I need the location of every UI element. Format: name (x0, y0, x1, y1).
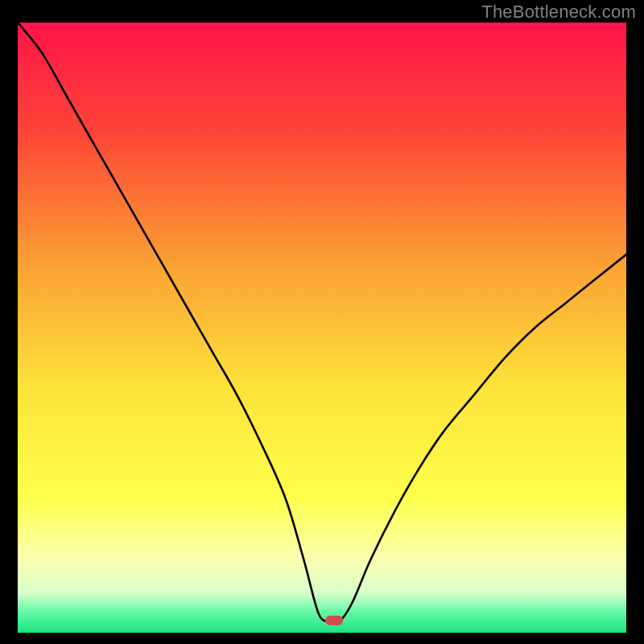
watermark-text: TheBottleneck.com (481, 2, 636, 23)
plot-area (18, 23, 626, 633)
optimum-marker (325, 616, 343, 625)
bottleneck-chart-svg (18, 23, 626, 633)
chart-frame: TheBottleneck.com (0, 0, 644, 644)
